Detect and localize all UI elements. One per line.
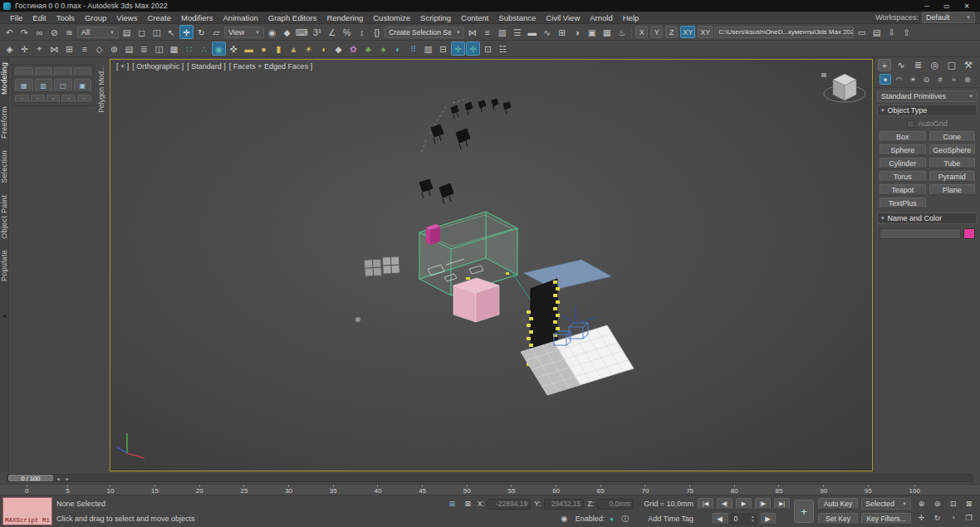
crosshair-icon[interactable]: ✜ <box>227 41 241 56</box>
key-filters-button[interactable]: Key Filters... <box>861 513 911 525</box>
time-slider-track[interactable]: 0 / 100 ◂ ▸ <box>7 474 973 482</box>
ribbon-tab-freeform[interactable]: Freeform <box>0 106 8 139</box>
select-and-scale-icon[interactable]: ▱ <box>209 25 223 39</box>
snaps-toggle-icon[interactable]: 3³ <box>310 25 324 39</box>
next-key-button[interactable]: |▶ <box>755 498 771 510</box>
menu-modifiers[interactable]: Modifiers <box>176 12 218 23</box>
soft-selection-icon[interactable]: ∷ <box>182 41 196 56</box>
list-panel-icon[interactable]: ▥ <box>421 41 435 56</box>
sphere-primitive-icon[interactable]: ● <box>257 41 271 56</box>
spinner-icon[interactable]: ▴▾ <box>752 515 754 523</box>
percent-snap-icon[interactable]: % <box>340 25 354 39</box>
autogrid-checkbox[interactable] <box>907 120 914 128</box>
object-type-button[interactable]: TextPlus <box>880 198 926 208</box>
polygon-modeling-button[interactable]: ▦ <box>15 79 33 92</box>
display-mode-icon[interactable]: ◫ <box>152 41 166 56</box>
array-tool-icon[interactable]: ⊞ <box>62 41 76 56</box>
viewport-renderer-menu[interactable]: [ Standard ] <box>187 62 226 71</box>
object-type-button[interactable]: Cone <box>929 131 976 142</box>
ribbon-preset-button[interactable] <box>35 67 53 76</box>
scene-transform-gizmo[interactable] <box>561 305 596 324</box>
material-editor-icon[interactable]: ◑ <box>570 25 584 39</box>
rendered-frame-window-icon[interactable]: ▦ <box>600 25 614 39</box>
project-folder-icon[interactable]: ▭ <box>855 25 869 39</box>
object-type-button[interactable]: Sphere <box>880 144 926 155</box>
select-object-icon[interactable]: ↖ <box>164 25 179 39</box>
ribbon-preset-button[interactable] <box>74 67 92 76</box>
modeling-tool-button[interactable]: ▫ <box>31 95 45 103</box>
zoom-all-icon[interactable]: ⊚ <box>931 498 943 510</box>
menu-file[interactable]: File <box>5 12 27 23</box>
ribbon-tab-modeling[interactable]: Modeling <box>0 62 8 95</box>
transform-gizmo-icon[interactable]: ✛ <box>17 41 32 56</box>
redo-icon[interactable]: ↷ <box>17 25 32 39</box>
select-by-name-icon[interactable]: ▤ <box>120 25 134 39</box>
current-frame-field[interactable]: 0▴▾ <box>731 514 757 525</box>
region-render-icon[interactable]: ⊡ <box>481 41 495 56</box>
polygon-modeling-button[interactable]: ▢ <box>54 79 72 92</box>
keyboard-shortcut-override-icon[interactable]: ⌨ <box>295 25 309 39</box>
viewport[interactable]: [ + ] [ Orthographic ] [ Standard ] [ Fa… <box>110 59 873 471</box>
ribbon-preset-button[interactable] <box>15 67 33 76</box>
use-pivot-point-center-icon[interactable]: ◉ <box>265 25 279 39</box>
time-slider-next-icon[interactable]: ▸ <box>63 475 71 481</box>
select-and-manipulate-icon[interactable]: ◆ <box>280 25 294 39</box>
menu-create[interactable]: Create <box>142 12 176 23</box>
lights-category[interactable]: ☀ <box>907 74 919 85</box>
maxscript-mini-listener[interactable]: MAXScript Mi <box>2 497 52 525</box>
terrain-icon[interactable]: ▲ <box>287 41 301 56</box>
menu-edit[interactable]: Edit <box>27 12 51 23</box>
restrict-x-button[interactable]: X <box>635 26 648 38</box>
dome-light-icon[interactable]: ◖ <box>316 41 331 56</box>
gem-icon[interactable]: ◆ <box>331 41 345 56</box>
select-and-rotate-icon[interactable]: ↻ <box>194 25 208 39</box>
open-explorer-icon[interactable]: ▤ <box>870 25 884 39</box>
set-keys-button[interactable]: + <box>794 500 814 523</box>
maximize-button[interactable]: ▭ <box>937 0 957 12</box>
align-tool-icon[interactable]: ≡ <box>77 41 91 56</box>
ribbon-toggle-icon[interactable]: ▬ <box>525 25 539 39</box>
geometry-category[interactable]: ● <box>880 74 891 85</box>
restrict-plane-flyout-button[interactable]: XY <box>698 26 713 38</box>
min-max-toggle-icon[interactable]: ◈ <box>2 41 17 56</box>
menu-views[interactable]: Views <box>111 12 142 23</box>
scene-explorer-icon[interactable]: ▥ <box>495 25 509 39</box>
render-production-icon[interactable]: ♨ <box>615 25 629 39</box>
snap-toggle-icon[interactable]: ◇ <box>92 41 106 56</box>
scene-chair-objects[interactable] <box>419 99 511 204</box>
undo-icon[interactable]: ↶ <box>2 25 17 39</box>
named-selection-set-dropdown[interactable]: Create Selection Se▼ <box>385 27 464 38</box>
menu-customize[interactable]: Customize <box>368 12 415 23</box>
schematic-view-icon[interactable]: ⊞ <box>555 25 569 39</box>
workspace-dropdown[interactable]: Default▼ <box>922 12 975 23</box>
menu-help[interactable]: Help <box>618 12 644 23</box>
scene-point-helper[interactable] <box>355 317 360 322</box>
project-path-field[interactable]: C:\Users\ksush\OneD...кументы\3ds Max 20… <box>714 27 854 38</box>
modeling-tool-button[interactable]: ▫ <box>77 95 91 103</box>
import-file-icon[interactable]: ⇩ <box>884 25 899 39</box>
object-type-button[interactable]: Cylinder <box>880 158 926 168</box>
polygon-modeling-button[interactable]: ▥ <box>35 79 53 92</box>
object-type-button[interactable]: Plane <box>929 184 976 195</box>
select-and-move-icon[interactable]: ✛ <box>179 25 194 39</box>
viewport-scene[interactable] <box>110 60 872 471</box>
named-views-icon[interactable]: ▤ <box>122 41 136 56</box>
menu-graph-editors[interactable]: Graph Editors <box>263 12 322 23</box>
go-to-end-button[interactable]: ▶| <box>774 498 790 510</box>
add-time-tag-button[interactable]: Add Time Tag <box>648 515 693 523</box>
go-to-start-button[interactable]: |◀ <box>698 498 713 510</box>
ribbon-tab-selection[interactable]: Selection <box>0 150 8 183</box>
unlink-selection-icon[interactable]: ⊘ <box>47 25 61 39</box>
viewcube[interactable] <box>821 73 865 102</box>
track-bar[interactable]: 0510152025303540455055606570758085909510… <box>0 484 980 495</box>
flower-icon[interactable]: ✿ <box>346 41 360 56</box>
menu-animation[interactable]: Animation <box>218 12 263 23</box>
scene-pink-box[interactable] <box>453 278 499 322</box>
selection-lock-icon[interactable]: ⊠ <box>462 498 474 510</box>
restrict-z-button[interactable]: Z <box>665 26 678 38</box>
zoom-icon[interactable]: ⊕ <box>915 498 928 510</box>
minimize-button[interactable]: ─ <box>917 0 937 12</box>
utilities-tab[interactable]: ⚒ <box>962 59 975 71</box>
x-coordinate-field[interactable]: -22894,19 <box>488 499 531 510</box>
create-tab[interactable]: + <box>878 59 891 71</box>
